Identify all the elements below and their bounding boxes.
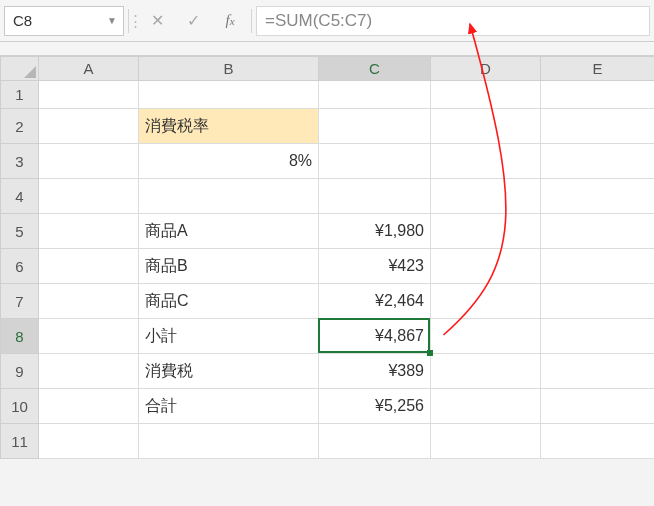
cell-A2[interactable] bbox=[39, 109, 139, 144]
cell-D11[interactable] bbox=[431, 424, 541, 459]
row-header-3[interactable]: 3 bbox=[1, 144, 39, 179]
cell-D5[interactable] bbox=[431, 214, 541, 249]
cell-B4[interactable] bbox=[139, 179, 319, 214]
select-all-corner[interactable] bbox=[1, 57, 39, 81]
col-header-B[interactable]: B bbox=[139, 57, 319, 81]
cell-E6[interactable] bbox=[541, 249, 655, 284]
row-header-9[interactable]: 9 bbox=[1, 354, 39, 389]
cancel-button[interactable]: ✕ bbox=[141, 7, 173, 35]
cell-A3[interactable] bbox=[39, 144, 139, 179]
cell-C7[interactable]: ¥2,464 bbox=[319, 284, 431, 319]
fx-icon: fx bbox=[225, 12, 234, 28]
divider-dots-icon: ⋮ bbox=[133, 10, 137, 32]
cell-C3[interactable] bbox=[319, 144, 431, 179]
cell-C9[interactable]: ¥389 bbox=[319, 354, 431, 389]
name-box[interactable]: C8 ▼ bbox=[4, 6, 124, 36]
row-header-4[interactable]: 4 bbox=[1, 179, 39, 214]
insert-function-button[interactable]: fx bbox=[213, 12, 247, 29]
col-header-E[interactable]: E bbox=[541, 57, 655, 81]
x-icon: ✕ bbox=[151, 11, 164, 30]
spreadsheet-table: A B C D E 1 2 消費税率 3 8% 4 5 bbox=[0, 56, 654, 459]
cell-B1[interactable] bbox=[139, 81, 319, 109]
cell-E7[interactable] bbox=[541, 284, 655, 319]
formula-input-value: =SUM(C5:C7) bbox=[265, 11, 372, 31]
cell-E9[interactable] bbox=[541, 354, 655, 389]
formula-bar: C8 ▼ ⋮ ✕ ✓ fx =SUM(C5:C7) bbox=[0, 0, 654, 42]
row-header-1[interactable]: 1 bbox=[1, 81, 39, 109]
cell-A10[interactable] bbox=[39, 389, 139, 424]
row-header-11[interactable]: 11 bbox=[1, 424, 39, 459]
toolbar-spacer bbox=[0, 42, 654, 56]
cell-D8[interactable] bbox=[431, 319, 541, 354]
cell-A6[interactable] bbox=[39, 249, 139, 284]
cell-E1[interactable] bbox=[541, 81, 655, 109]
cell-C10[interactable]: ¥5,256 bbox=[319, 389, 431, 424]
check-icon: ✓ bbox=[187, 11, 200, 30]
cell-E3[interactable] bbox=[541, 144, 655, 179]
cell-C4[interactable] bbox=[319, 179, 431, 214]
cell-E10[interactable] bbox=[541, 389, 655, 424]
row-header-5[interactable]: 5 bbox=[1, 214, 39, 249]
enter-button[interactable]: ✓ bbox=[177, 7, 209, 35]
cell-A5[interactable] bbox=[39, 214, 139, 249]
cell-B5[interactable]: 商品A bbox=[139, 214, 319, 249]
cell-D1[interactable] bbox=[431, 81, 541, 109]
cell-D4[interactable] bbox=[431, 179, 541, 214]
cell-B2[interactable]: 消費税率 bbox=[139, 109, 319, 144]
cell-B11[interactable] bbox=[139, 424, 319, 459]
cell-D7[interactable] bbox=[431, 284, 541, 319]
cell-C1[interactable] bbox=[319, 81, 431, 109]
row-header-2[interactable]: 2 bbox=[1, 109, 39, 144]
cell-E8[interactable] bbox=[541, 319, 655, 354]
cell-B7[interactable]: 商品C bbox=[139, 284, 319, 319]
cell-E2[interactable] bbox=[541, 109, 655, 144]
cell-C2[interactable] bbox=[319, 109, 431, 144]
fill-handle[interactable] bbox=[427, 350, 433, 356]
cell-C11[interactable] bbox=[319, 424, 431, 459]
formula-input[interactable]: =SUM(C5:C7) bbox=[256, 6, 650, 36]
col-header-D[interactable]: D bbox=[431, 57, 541, 81]
cell-A1[interactable] bbox=[39, 81, 139, 109]
cell-D10[interactable] bbox=[431, 389, 541, 424]
cell-C6[interactable]: ¥423 bbox=[319, 249, 431, 284]
cell-D6[interactable] bbox=[431, 249, 541, 284]
cell-A11[interactable] bbox=[39, 424, 139, 459]
row-header-8[interactable]: 8 bbox=[1, 319, 39, 354]
cell-B8[interactable]: 小計 bbox=[139, 319, 319, 354]
cell-B10[interactable]: 合計 bbox=[139, 389, 319, 424]
cell-D2[interactable] bbox=[431, 109, 541, 144]
cell-E4[interactable] bbox=[541, 179, 655, 214]
cell-A9[interactable] bbox=[39, 354, 139, 389]
cell-C8[interactable]: ¥4,867 bbox=[319, 319, 431, 354]
cell-E11[interactable] bbox=[541, 424, 655, 459]
col-header-A[interactable]: A bbox=[39, 57, 139, 81]
cell-D9[interactable] bbox=[431, 354, 541, 389]
cell-B9[interactable]: 消費税 bbox=[139, 354, 319, 389]
row-header-7[interactable]: 7 bbox=[1, 284, 39, 319]
col-header-C[interactable]: C bbox=[319, 57, 431, 81]
cell-A4[interactable] bbox=[39, 179, 139, 214]
name-box-value: C8 bbox=[13, 12, 32, 29]
cell-A8[interactable] bbox=[39, 319, 139, 354]
cell-B3[interactable]: 8% bbox=[139, 144, 319, 179]
row-header-6[interactable]: 6 bbox=[1, 249, 39, 284]
cell-C5[interactable]: ¥1,980 bbox=[319, 214, 431, 249]
cell-B6[interactable]: 商品B bbox=[139, 249, 319, 284]
separator bbox=[251, 9, 252, 33]
cell-E5[interactable] bbox=[541, 214, 655, 249]
name-box-dropdown-icon[interactable]: ▼ bbox=[107, 15, 117, 26]
worksheet-grid[interactable]: A B C D E 1 2 消費税率 3 8% 4 5 bbox=[0, 56, 654, 459]
row-header-10[interactable]: 10 bbox=[1, 389, 39, 424]
cell-A7[interactable] bbox=[39, 284, 139, 319]
cell-D3[interactable] bbox=[431, 144, 541, 179]
